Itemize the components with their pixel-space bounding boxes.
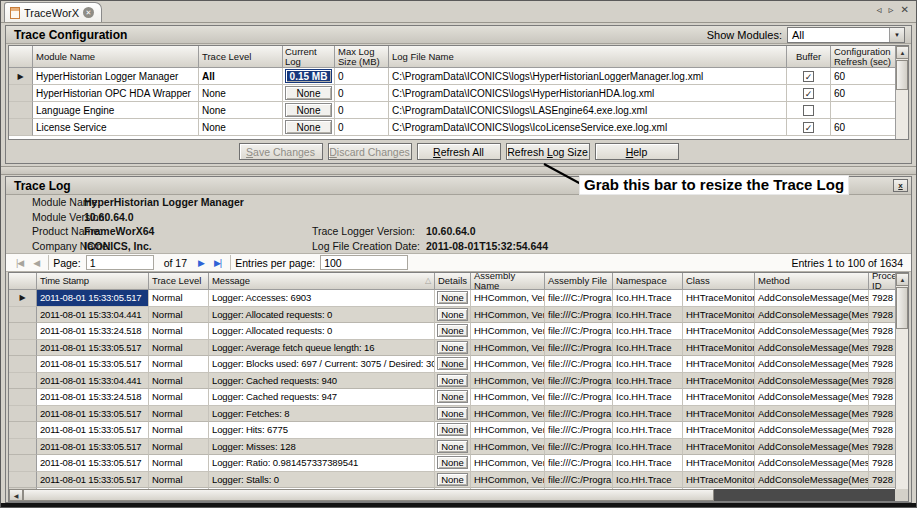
details-button[interactable]: None (437, 473, 468, 486)
dropdown-arrow-icon[interactable]: ▼ (889, 28, 904, 42)
col-log-file-name[interactable]: Log File Name (389, 46, 787, 68)
details-cell[interactable]: None (435, 290, 471, 307)
trace-level-cell[interactable]: Normal (149, 356, 209, 373)
timestamp-cell[interactable]: 2011-08-01 15:33:24.518 (37, 389, 149, 406)
log-row[interactable]: 2011-08-01 15:33:05.517NormalLogger: Hit… (9, 422, 908, 439)
message-cell[interactable]: Logger: Fetches: 8 (209, 406, 435, 423)
assembly-name-cell[interactable]: HHCommon, Versio... (471, 422, 545, 439)
assembly-file-cell[interactable]: file:///C:/Progra... (545, 290, 613, 307)
trace-level-cell[interactable]: Normal (149, 373, 209, 390)
details-cell[interactable]: None (435, 356, 471, 373)
message-cell[interactable]: Logger: Cached requests: 940 (209, 373, 435, 390)
scrollbar-thumb[interactable] (896, 287, 908, 329)
message-cell[interactable]: Logger: Allocated requests: 0 (209, 307, 435, 324)
timestamp-cell[interactable]: 2011-08-01 15:33:05.517 (37, 439, 149, 456)
assembly-file-cell[interactable]: file:///C:/Progra... (545, 356, 613, 373)
log-row[interactable]: ▶2011-08-01 15:33:05.517NormalLogger: Ac… (9, 290, 908, 307)
details-button[interactable]: None (437, 291, 468, 304)
config-row[interactable]: Language EngineNoneNone0C:\ProgramData\I… (9, 102, 908, 119)
config-row[interactable]: License ServiceNoneNone0C:\ProgramData\I… (9, 119, 908, 136)
details-button[interactable]: None (437, 456, 468, 469)
assembly-name-cell[interactable]: HHCommon, Versio... (471, 373, 545, 390)
method-cell[interactable]: AddConsoleMessage(Mess... (755, 406, 869, 423)
details-button[interactable]: None (437, 390, 468, 403)
col-method[interactable]: Method (755, 273, 869, 290)
method-cell[interactable]: AddConsoleMessage(Mess... (755, 307, 869, 324)
class-cell[interactable]: HHTraceMonitor (683, 307, 755, 324)
namespace-cell[interactable]: Ico.HH.Trace (613, 307, 683, 324)
namespace-cell[interactable]: Ico.HH.Trace (613, 439, 683, 456)
class-cell[interactable]: HHTraceMonitor (683, 323, 755, 340)
assembly-name-cell[interactable]: HHCommon, Versio... (471, 307, 545, 324)
assembly-file-cell[interactable]: file:///C:/Progra... (545, 340, 613, 357)
col-message[interactable]: Message △ (209, 273, 435, 290)
details-cell[interactable]: None (435, 307, 471, 324)
trace-level-cell[interactable]: Normal (149, 455, 209, 472)
max-log-size-cell[interactable]: 0 (335, 68, 389, 85)
scrollbar-thumb[interactable] (23, 489, 714, 501)
method-cell[interactable]: AddConsoleMessage(Mess... (755, 340, 869, 357)
trace-level-cell[interactable]: None (199, 102, 283, 119)
current-log-cell[interactable]: None (283, 102, 335, 119)
module-name-cell[interactable]: Language Engine (33, 102, 199, 119)
col-module-name[interactable]: Module Name (33, 46, 199, 68)
message-cell[interactable]: Logger: Hits: 6775 (209, 422, 435, 439)
col-time-stamp[interactable]: Time Stamp (37, 273, 149, 290)
assembly-file-cell[interactable]: file:///C:/Progra... (545, 307, 613, 324)
current-log-cell[interactable]: None (283, 119, 335, 136)
buffer-cell[interactable]: ✓ (787, 68, 831, 85)
details-cell[interactable]: None (435, 422, 471, 439)
timestamp-cell[interactable]: 2011-08-01 15:33:05.517 (37, 455, 149, 472)
details-cell[interactable]: None (435, 472, 471, 489)
buffer-checkbox[interactable]: ✓ (803, 122, 814, 133)
log-file-name-cell[interactable]: C:\ProgramData\ICONICS\logs\HyperHistori… (389, 68, 787, 85)
log-row[interactable]: 2011-08-01 15:33:24.518NormalLogger: Cac… (9, 389, 908, 406)
namespace-cell[interactable]: Ico.HH.Trace (613, 356, 683, 373)
assembly-file-cell[interactable]: file:///C:/Progra... (545, 389, 613, 406)
help-button[interactable]: Help (595, 143, 679, 160)
show-modules-dropdown[interactable]: All ▼ (787, 27, 905, 43)
col-class[interactable]: Class (683, 273, 755, 290)
class-cell[interactable]: HHTraceMonitor (683, 472, 755, 489)
message-cell[interactable]: Logger: Cached requests: 947 (209, 389, 435, 406)
details-cell[interactable]: None (435, 373, 471, 390)
config-row[interactable]: ▶HyperHistorian Logger ManagerAll0.15 MB… (9, 68, 908, 85)
page-last-icon[interactable]: ▶| (209, 258, 226, 268)
trace-log-close-button[interactable]: x (893, 179, 908, 192)
trace-level-cell[interactable]: Normal (149, 389, 209, 406)
assembly-file-cell[interactable]: file:///C:/Progra... (545, 422, 613, 439)
namespace-cell[interactable]: Ico.HH.Trace (613, 406, 683, 423)
assembly-name-cell[interactable]: HHCommon, Versio... (471, 356, 545, 373)
method-cell[interactable]: AddConsoleMessage(Mess... (755, 290, 869, 307)
trace-level-cell[interactable]: None (199, 85, 283, 102)
assembly-file-cell[interactable]: file:///C:/Progra... (545, 406, 613, 423)
trace-level-cell[interactable]: Normal (149, 406, 209, 423)
namespace-cell[interactable]: Ico.HH.Trace (613, 290, 683, 307)
log-horizontal-scrollbar[interactable]: ◀ (9, 489, 895, 501)
log-row[interactable]: 2011-08-01 15:33:24.518NormalLogger: All… (9, 323, 908, 340)
details-button[interactable]: None (437, 341, 468, 354)
log-row[interactable]: 2011-08-01 15:33:05.517NormalLogger: Mis… (9, 439, 908, 456)
config-vertical-scrollbar[interactable]: ▲ (895, 46, 908, 139)
assembly-name-cell[interactable]: HHCommon, Versio... (471, 406, 545, 423)
tab-traceworx[interactable]: TraceWorX ✕ (4, 2, 102, 22)
message-cell[interactable]: Logger: Misses: 128 (209, 439, 435, 456)
method-cell[interactable]: AddConsoleMessage(Mess... (755, 472, 869, 489)
trace-level-cell[interactable]: None (199, 119, 283, 136)
log-row[interactable]: 2011-08-01 15:33:04.441NormalLogger: All… (9, 307, 908, 324)
max-log-size-cell[interactable]: 0 (335, 102, 389, 119)
buffer-cell[interactable] (787, 102, 831, 119)
log-file-name-cell[interactable]: C:\ProgramData\ICONICS\logs\IcoLicenseSe… (389, 119, 787, 136)
max-log-size-cell[interactable]: 0 (335, 119, 389, 136)
log-row[interactable]: 2011-08-01 15:33:05.517NormalLogger: Sta… (9, 472, 908, 489)
buffer-cell[interactable]: ✓ (787, 85, 831, 102)
log-row[interactable]: 2011-08-01 15:33:05.517NormalLogger: Rat… (9, 455, 908, 472)
details-button[interactable]: None (437, 324, 468, 337)
current-log-button[interactable]: 0.15 MB (285, 69, 332, 83)
class-cell[interactable]: HHTraceMonitor (683, 373, 755, 390)
trace-level-cell[interactable]: Normal (149, 323, 209, 340)
buffer-cell[interactable]: ✓ (787, 119, 831, 136)
details-button[interactable]: None (437, 423, 468, 436)
current-log-cell[interactable]: None (283, 85, 335, 102)
module-name-cell[interactable]: HyperHistorian Logger Manager (33, 68, 199, 85)
